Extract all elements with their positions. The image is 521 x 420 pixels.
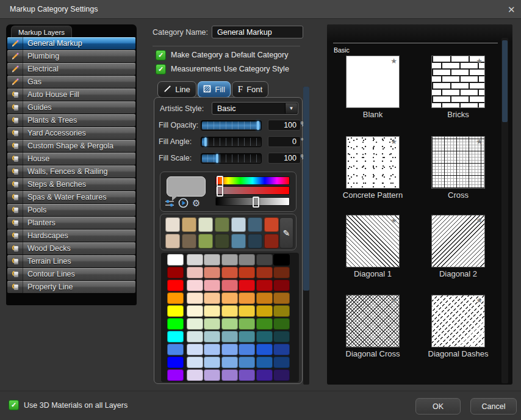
sidebar-layer-item[interactable]: Wood Decks — [7, 242, 135, 255]
palette-color-swatch[interactable] — [167, 267, 184, 278]
palette-color-swatch[interactable] — [221, 280, 238, 291]
palette-color-swatch[interactable] — [221, 267, 238, 278]
palette-color-swatch[interactable] — [187, 267, 203, 278]
palette-color-swatch[interactable] — [167, 254, 184, 266]
palette-color-swatch[interactable] — [167, 318, 184, 330]
palette-color-swatch[interactable] — [273, 267, 290, 278]
pattern-card[interactable]: ★ Cross — [432, 137, 484, 188]
palette-color-swatch[interactable] — [256, 357, 273, 368]
value-handle[interactable] — [253, 197, 259, 208]
pattern-scrollbar-thumb[interactable] — [502, 40, 508, 122]
sidebar-layer-item[interactable]: Yard Accessories — [7, 127, 135, 139]
hue-bar[interactable] — [215, 176, 290, 185]
preset-color-swatch[interactable] — [165, 234, 180, 248]
palette-color-swatch[interactable] — [187, 318, 203, 330]
palette-color-swatch[interactable] — [204, 292, 220, 304]
slider-value[interactable]: 0 — [268, 136, 301, 147]
cancel-button[interactable]: Cancel — [470, 398, 517, 415]
preset-color-swatch[interactable] — [264, 217, 279, 232]
pattern-card[interactable]: ★ Diagonal Dashes — [432, 295, 484, 347]
palette-color-swatch[interactable] — [167, 305, 184, 317]
slider-thumb[interactable] — [216, 154, 218, 163]
sidebar-layer-item[interactable]: Terrain Lines — [7, 255, 135, 267]
palette-color-swatch[interactable] — [187, 357, 203, 368]
tab-markup-layers[interactable]: Markup Layers — [11, 26, 72, 38]
fill-panel-scrollbar[interactable] — [303, 87, 309, 385]
palette-color-swatch[interactable] — [221, 292, 238, 304]
slider-thumb[interactable] — [204, 137, 207, 147]
palette-color-swatch[interactable] — [256, 267, 273, 278]
palette-color-swatch[interactable] — [221, 344, 238, 355]
pattern-card[interactable]: ★ Diagonal 1 — [347, 215, 399, 267]
palette-color-swatch[interactable] — [239, 318, 255, 330]
palette-color-swatch[interactable] — [273, 331, 290, 342]
palette-color-swatch[interactable] — [239, 369, 255, 381]
palette-color-swatch[interactable] — [256, 254, 273, 266]
sidebar-layer-item[interactable]: Gas — [7, 76, 135, 88]
preset-color-swatch[interactable] — [198, 234, 213, 248]
palette-color-swatch[interactable] — [239, 267, 255, 278]
tab-font[interactable]: F Font — [232, 81, 268, 98]
preset-color-swatch[interactable] — [231, 217, 246, 232]
sidebar-layer-item[interactable]: Guides — [7, 101, 135, 114]
palette-color-swatch[interactable] — [221, 254, 238, 266]
sidebar-layer-item[interactable]: Planters — [7, 217, 135, 229]
palette-color-swatch[interactable] — [204, 318, 220, 330]
pattern-swatch[interactable]: ★ — [432, 295, 484, 347]
tab-fill[interactable]: Fill — [198, 81, 231, 98]
palette-color-swatch[interactable] — [167, 331, 184, 342]
palette-color-swatch[interactable] — [239, 292, 255, 304]
saturation-handle[interactable] — [217, 186, 223, 197]
palette-color-swatch[interactable] — [167, 344, 184, 355]
palette-color-swatch[interactable] — [187, 369, 203, 381]
use-3d-materials-checkbox[interactable]: ✓ — [9, 400, 19, 410]
palette-color-swatch[interactable] — [256, 331, 273, 342]
pattern-card[interactable]: ★ Blank — [347, 56, 399, 107]
palette-color-swatch[interactable] — [273, 357, 290, 368]
sliders-icon[interactable] — [165, 199, 175, 211]
pattern-swatch[interactable]: ★ — [347, 137, 399, 188]
sidebar-layer-item[interactable]: Steps & Benches — [7, 178, 135, 190]
sidebar-layer-item[interactable]: Auto House Fill — [7, 89, 135, 101]
pattern-swatch[interactable]: ★ — [432, 56, 484, 107]
gear-icon[interactable]: ⚙ — [192, 198, 200, 208]
fill-panel-scrollbar-thumb[interactable] — [303, 87, 309, 291]
palette-color-swatch[interactable] — [256, 318, 273, 330]
saturation-bar[interactable] — [215, 186, 290, 195]
palette-color-swatch[interactable] — [221, 331, 238, 342]
palette-color-swatch[interactable] — [239, 280, 255, 291]
sidebar-layer-item[interactable]: Hardscapes — [7, 230, 135, 242]
sidebar-layer-item[interactable]: Custom Shape & Pergola — [7, 140, 135, 152]
palette-color-swatch[interactable] — [273, 318, 290, 330]
palette-color-swatch[interactable] — [204, 344, 220, 355]
fill-angle-slider[interactable] — [201, 137, 262, 147]
slider-value[interactable]: 100 — [268, 153, 301, 164]
play-icon[interactable] — [178, 198, 189, 211]
artistic-style-select[interactable]: Basic ▼ — [212, 102, 298, 115]
sidebar-layer-item[interactable]: Electrical — [7, 63, 135, 75]
palette-color-swatch[interactable] — [204, 254, 220, 266]
palette-color-swatch[interactable] — [187, 344, 203, 355]
palette-color-swatch[interactable] — [204, 331, 220, 342]
palette-color-swatch[interactable] — [167, 292, 184, 304]
sidebar-layer-item[interactable]: Plants & Trees — [7, 114, 135, 126]
palette-color-swatch[interactable] — [204, 369, 220, 381]
palette-color-swatch[interactable] — [187, 292, 203, 304]
palette-color-swatch[interactable] — [187, 254, 203, 266]
fill-opacity-slider[interactable] — [201, 120, 262, 131]
pattern-card[interactable]: ★ Diagonal Cross — [347, 295, 399, 347]
palette-color-swatch[interactable] — [167, 357, 184, 368]
pattern-swatch[interactable]: ★ — [432, 137, 484, 188]
sidebar-layer-item[interactable]: General Markup — [7, 37, 135, 49]
sidebar-layer-item[interactable]: Property Line — [7, 281, 135, 293]
sidebar-layer-item[interactable]: Contour Lines — [7, 268, 135, 280]
preset-color-swatch[interactable] — [182, 234, 196, 248]
palette-color-swatch[interactable] — [273, 292, 290, 304]
palette-color-swatch[interactable] — [239, 254, 255, 266]
palette-color-swatch[interactable] — [273, 254, 290, 266]
pattern-swatch[interactable]: ★ — [432, 215, 484, 267]
palette-color-swatch[interactable] — [167, 369, 184, 381]
preset-color-swatch[interactable] — [182, 217, 196, 232]
pattern-swatch[interactable]: ★ — [347, 215, 399, 267]
sidebar-layer-item[interactable]: Walls, Fences & Railing — [7, 165, 135, 178]
